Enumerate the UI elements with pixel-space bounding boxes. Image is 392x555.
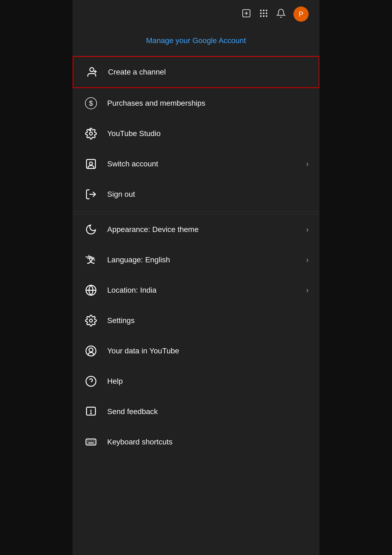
- sign-out-label: Sign out: [107, 190, 309, 199]
- svg-point-5: [266, 9, 267, 11]
- menu-item-switch-account[interactable]: Switch account ›: [73, 149, 319, 179]
- manage-account-section: Manage your Google Account: [73, 28, 319, 56]
- menu-section-1: Create a channel $ Purchases and members…: [73, 56, 319, 209]
- menu-item-sign-out[interactable]: Sign out: [73, 179, 319, 209]
- language-label: Language: English: [107, 256, 306, 264]
- svg-point-12: [90, 68, 94, 72]
- menu-item-your-data[interactable]: Your data in YouTube: [73, 336, 319, 366]
- menu-item-send-feedback[interactable]: Send feedback: [73, 396, 319, 427]
- moon-icon: [83, 222, 99, 237]
- help-label: Help: [107, 377, 309, 386]
- section-divider: [73, 212, 319, 212]
- manage-account-link[interactable]: Manage your Google Account: [146, 36, 246, 45]
- svg-point-27: [86, 346, 96, 356]
- switch-account-chevron: ›: [306, 160, 309, 168]
- svg-point-10: [263, 15, 264, 17]
- svg-point-4: [263, 9, 264, 11]
- avatar-button[interactable]: P: [293, 7, 309, 22]
- svg-point-6: [260, 12, 262, 14]
- your-data-label: Your data in YouTube: [107, 347, 309, 355]
- header: P: [73, 0, 319, 28]
- location-chevron: ›: [306, 286, 309, 295]
- purchases-label: Purchases and memberships: [107, 99, 309, 108]
- person-add-icon: [84, 64, 99, 80]
- menu-item-settings[interactable]: Settings: [73, 305, 319, 336]
- menu-section-2: Appearance: Device theme › 文 A Language:…: [73, 214, 319, 457]
- create-channel-label: Create a channel: [108, 68, 308, 76]
- menu-item-language[interactable]: 文 A Language: English ›: [73, 245, 319, 275]
- language-chevron: ›: [306, 256, 309, 264]
- help-circle-icon: [83, 374, 99, 389]
- svg-point-28: [86, 376, 96, 386]
- svg-point-15: [90, 132, 93, 135]
- menu-item-purchases[interactable]: $ Purchases and memberships: [73, 88, 319, 118]
- apps-icon[interactable]: [259, 8, 269, 20]
- svg-point-11: [266, 15, 267, 17]
- keyboard-shortcuts-label: Keyboard shortcuts: [107, 438, 309, 446]
- feedback-box-icon: [83, 404, 99, 419]
- dollar-circle-icon: $: [83, 96, 99, 111]
- location-label: Location: India: [107, 286, 306, 295]
- svg-point-25: [90, 319, 93, 322]
- studio-gear-icon: [83, 126, 99, 141]
- notifications-icon[interactable]: [276, 8, 286, 20]
- menu-item-appearance[interactable]: Appearance: Device theme ›: [73, 214, 319, 245]
- menu-item-youtube-studio[interactable]: YouTube Studio: [73, 118, 319, 149]
- svg-point-3: [260, 9, 262, 11]
- create-icon[interactable]: [241, 8, 251, 20]
- menu-item-create-channel[interactable]: Create a channel: [73, 56, 319, 88]
- menu-item-help[interactable]: Help: [73, 366, 319, 396]
- svg-marker-16: [87, 129, 91, 132]
- settings-gear-icon: [83, 313, 99, 328]
- switch-person-icon: [83, 156, 99, 172]
- menu-item-location[interactable]: Location: India ›: [73, 275, 319, 305]
- settings-label: Settings: [107, 316, 309, 325]
- svg-point-8: [266, 12, 267, 14]
- menu-container: P Manage your Google Account Create a ch…: [73, 0, 319, 555]
- keyboard-icon: [83, 434, 99, 450]
- send-feedback-label: Send feedback: [107, 407, 309, 416]
- switch-account-label: Switch account: [107, 160, 306, 168]
- appearance-chevron: ›: [306, 225, 309, 234]
- globe-icon: [83, 283, 99, 298]
- sign-out-icon: [83, 187, 99, 202]
- translate-icon: 文 A: [83, 252, 99, 267]
- svg-point-26: [89, 348, 93, 352]
- svg-point-32: [91, 413, 92, 414]
- svg-point-9: [260, 15, 262, 17]
- svg-rect-33: [86, 439, 96, 445]
- appearance-label: Appearance: Device theme: [107, 225, 306, 234]
- svg-point-7: [263, 12, 264, 14]
- youtube-studio-label: YouTube Studio: [107, 129, 309, 138]
- shield-person-icon: [83, 343, 99, 359]
- menu-item-keyboard-shortcuts[interactable]: Keyboard shortcuts: [73, 427, 319, 457]
